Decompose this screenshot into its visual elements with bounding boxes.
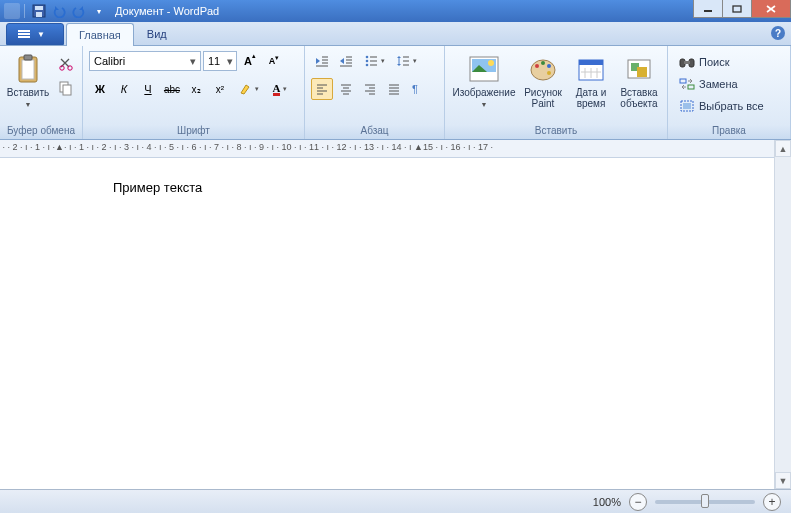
- qat-dropdown-icon[interactable]: ▾: [91, 3, 107, 19]
- svg-rect-12: [24, 55, 32, 60]
- ruler[interactable]: · · 2 · ı · 1 · ı ·▲· ı · 1 · ı · 2 · ı …: [0, 140, 791, 158]
- align-center-button[interactable]: [335, 78, 357, 100]
- line-spacing-button[interactable]: ▾: [391, 50, 421, 72]
- svg-rect-9: [18, 36, 30, 38]
- insert-datetime-button[interactable]: Дата и время: [569, 50, 613, 112]
- increase-indent-button[interactable]: [335, 50, 357, 72]
- vertical-scrollbar[interactable]: ▲ ▼: [774, 140, 791, 489]
- paste-label: Вставить: [7, 87, 49, 98]
- group-clipboard-label: Буфер обмена: [6, 123, 76, 139]
- paragraph-settings-button[interactable]: ¶: [407, 78, 429, 100]
- file-menu-button[interactable]: ▼: [6, 23, 64, 45]
- grow-font-button[interactable]: A▴: [239, 50, 261, 72]
- svg-rect-4: [733, 6, 741, 12]
- zoom-in-button[interactable]: +: [763, 493, 781, 511]
- title-bar: ▾ Документ - WordPad: [0, 0, 791, 22]
- object-icon: [623, 53, 655, 85]
- scroll-up-button[interactable]: ▲: [775, 140, 791, 157]
- minimize-button[interactable]: [693, 0, 723, 18]
- svg-point-27: [365, 64, 368, 67]
- shrink-font-button[interactable]: A▾: [263, 50, 285, 72]
- align-right-button[interactable]: [359, 78, 381, 100]
- find-button[interactable]: Поиск: [674, 52, 734, 72]
- insert-object-label: Вставка объекта: [620, 87, 657, 109]
- svg-point-26: [365, 60, 368, 63]
- tab-view[interactable]: Вид: [134, 22, 180, 45]
- svg-point-59: [547, 71, 551, 75]
- group-edit-label: Правка: [674, 123, 784, 139]
- zoom-slider[interactable]: [655, 500, 755, 504]
- zoom-out-button[interactable]: −: [629, 493, 647, 511]
- app-icon: [4, 3, 20, 19]
- insert-object-button[interactable]: Вставка объекта: [617, 50, 661, 112]
- bullets-button[interactable]: ▾: [359, 50, 389, 72]
- zoom-slider-thumb[interactable]: [701, 494, 709, 508]
- close-button[interactable]: [751, 0, 791, 18]
- insert-image-button[interactable]: Изображение▼: [451, 50, 517, 113]
- group-insert: Изображение▼ Рисунок Paint Дата и время …: [445, 46, 668, 139]
- svg-rect-7: [18, 30, 30, 32]
- clipboard-icon: [12, 53, 44, 85]
- document-area[interactable]: Пример текста: [0, 158, 791, 488]
- font-name-combo[interactable]: ▾: [89, 51, 201, 71]
- svg-text:¶: ¶: [412, 83, 418, 95]
- document-text[interactable]: Пример текста: [113, 180, 202, 195]
- chevron-down-icon[interactable]: ▾: [226, 55, 234, 68]
- undo-icon[interactable]: [51, 3, 67, 19]
- svg-rect-61: [579, 60, 603, 65]
- scroll-down-button[interactable]: ▼: [775, 472, 791, 489]
- maximize-button[interactable]: [722, 0, 752, 18]
- paste-button[interactable]: Вставить▼: [6, 50, 50, 113]
- group-paragraph-label: Абзац: [311, 123, 438, 139]
- scissors-icon: [58, 56, 74, 72]
- replace-button[interactable]: Замена: [674, 74, 743, 94]
- insert-datetime-label: Дата и время: [576, 87, 607, 109]
- find-label: Поиск: [699, 56, 729, 68]
- group-paragraph: ▾ ▾ ¶ Абзац: [305, 46, 445, 139]
- binoculars-icon: [679, 54, 695, 70]
- redo-icon[interactable]: [71, 3, 87, 19]
- bold-button[interactable]: Ж: [89, 78, 111, 100]
- subscript-button[interactable]: x₂: [185, 78, 207, 100]
- svg-rect-2: [36, 12, 42, 17]
- svg-rect-71: [684, 61, 690, 64]
- replace-label: Замена: [699, 78, 738, 90]
- save-icon[interactable]: [31, 3, 47, 19]
- svg-rect-75: [683, 103, 691, 109]
- group-font: ▾ ▾ A▴ A▾ Ж К Ч abc x₂ x² ▾ A▾ Шрифт: [83, 46, 305, 139]
- svg-point-56: [535, 64, 539, 68]
- strike-button[interactable]: abc: [161, 78, 183, 100]
- list-icon: [364, 54, 378, 68]
- highlight-button[interactable]: ▾: [233, 78, 263, 100]
- copy-button[interactable]: [56, 78, 76, 98]
- group-edit: Поиск Замена Выбрать все Правка: [668, 46, 791, 139]
- underline-button[interactable]: Ч: [137, 78, 159, 100]
- font-name-input[interactable]: [94, 55, 187, 67]
- svg-rect-16: [63, 85, 71, 95]
- svg-rect-1: [35, 6, 43, 10]
- chevron-down-icon[interactable]: ▾: [187, 55, 198, 68]
- group-clipboard: Вставить▼ Буфер обмена: [0, 46, 83, 139]
- insert-paint-label: Рисунок Paint: [524, 87, 562, 109]
- align-justify-button[interactable]: [383, 78, 405, 100]
- font-size-input[interactable]: [208, 55, 226, 67]
- cut-button[interactable]: [56, 54, 76, 74]
- help-button[interactable]: ?: [771, 26, 785, 40]
- svg-rect-72: [680, 79, 686, 83]
- decrease-indent-button[interactable]: [311, 50, 333, 72]
- select-all-icon: [679, 98, 695, 114]
- replace-icon: [679, 76, 695, 92]
- superscript-button[interactable]: x²: [209, 78, 231, 100]
- status-bar: 100% − +: [0, 489, 791, 513]
- svg-point-54: [488, 60, 494, 66]
- svg-point-14: [68, 66, 72, 70]
- align-left-button[interactable]: [311, 78, 333, 100]
- font-color-button[interactable]: A▾: [265, 78, 295, 100]
- window-title: Документ - WordPad: [115, 5, 219, 17]
- font-size-combo[interactable]: ▾: [203, 51, 237, 71]
- italic-button[interactable]: К: [113, 78, 135, 100]
- select-all-button[interactable]: Выбрать все: [674, 96, 769, 116]
- group-insert-label: Вставить: [451, 123, 661, 139]
- insert-paint-button[interactable]: Рисунок Paint: [521, 50, 565, 112]
- tab-home[interactable]: Главная: [66, 23, 134, 46]
